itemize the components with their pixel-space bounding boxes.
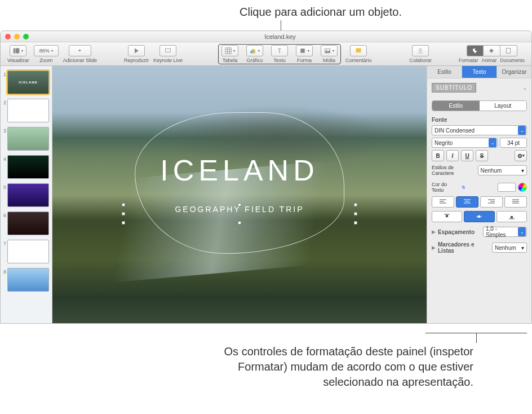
svg-rect-3 xyxy=(225,47,232,54)
animate-label: Animar xyxy=(482,58,497,63)
keynote-window: Iceland.key ▾ Visualizar 86%▾ Zoom ＋ Adi… xyxy=(0,30,532,324)
slide-title[interactable]: ICELAND xyxy=(52,153,427,187)
thumbnail-8[interactable]: 8 xyxy=(7,268,50,292)
collaborate-label: Colaborar xyxy=(410,58,432,63)
strike-button[interactable]: S xyxy=(476,150,488,161)
media-button[interactable]: ▾ xyxy=(321,45,338,56)
keynote-live-button[interactable] xyxy=(159,45,176,56)
align-center-button[interactable] xyxy=(456,196,478,208)
subtab-layout[interactable]: Layout xyxy=(480,101,527,111)
titlebar: Iceland.key xyxy=(1,31,531,42)
svg-rect-34 xyxy=(511,216,513,218)
document-label: Documento xyxy=(500,58,525,63)
char-styles-select[interactable]: Nenhum▾ xyxy=(478,165,527,175)
text-label: Texto xyxy=(273,58,286,63)
thumbnail-4[interactable]: 4 xyxy=(7,155,50,179)
bullets-select[interactable]: Nenhum▾ xyxy=(492,243,527,253)
char-styles-label: Estilos de Caractere xyxy=(432,165,476,176)
callout-bracket-line xyxy=(476,333,477,343)
bold-button[interactable]: B xyxy=(432,150,444,161)
valign-bottom-button[interactable] xyxy=(496,211,527,222)
chart-label: Gráfico xyxy=(247,58,263,63)
svg-point-16 xyxy=(419,49,422,51)
table-label: Tabela xyxy=(223,58,238,63)
shape-label: Forma xyxy=(297,58,312,63)
minimize-icon[interactable] xyxy=(14,34,20,39)
zoom-button[interactable]: 86%▾ xyxy=(34,45,59,56)
callout-top: Clique para adicionar um objeto. xyxy=(240,6,402,19)
svg-rect-12 xyxy=(300,49,305,53)
collaborate-button[interactable] xyxy=(412,45,429,56)
svg-rect-9 xyxy=(252,49,254,54)
comment-button[interactable] xyxy=(350,45,367,56)
media-label: Mídia xyxy=(323,58,335,63)
font-size-field[interactable]: 34 pt xyxy=(500,138,527,148)
shape-button[interactable]: ▾ xyxy=(296,45,313,56)
format-label: Formatar xyxy=(459,58,478,63)
disclosure-icon[interactable]: ▶ xyxy=(432,229,436,235)
thumbnail-5[interactable]: 5 xyxy=(7,183,50,207)
font-family-select[interactable]: DIN Condensed⌄ xyxy=(432,125,527,135)
format-button[interactable] xyxy=(467,45,484,56)
zoom-icon[interactable] xyxy=(23,34,29,39)
format-inspector: Estilo Texto Organizar SUBTÍTULO ⌄ Estil… xyxy=(427,66,531,323)
gear-icon[interactable]: ⚙▾ xyxy=(515,150,527,161)
svg-rect-10 xyxy=(254,50,255,53)
spacing-label: Espaçamento xyxy=(438,229,481,235)
window-controls xyxy=(5,34,29,39)
close-icon[interactable] xyxy=(5,34,11,39)
svg-rect-1 xyxy=(16,48,20,53)
align-right-button[interactable] xyxy=(480,196,503,208)
chart-button[interactable]: ▾ xyxy=(246,45,263,56)
zoom-label: Zoom xyxy=(39,58,52,63)
animate-button[interactable] xyxy=(484,45,500,56)
keynote-live-label: Keynote Live xyxy=(153,58,183,63)
table-button[interactable]: ▾ xyxy=(221,45,238,56)
underline-button[interactable]: U xyxy=(461,150,473,161)
text-button[interactable]: T xyxy=(271,45,288,56)
valign-top-button[interactable] xyxy=(432,211,462,222)
thumbnail-7[interactable]: 7 xyxy=(7,240,50,263)
document-title: Iceland.key xyxy=(33,33,527,40)
font-label: Fonte xyxy=(432,117,527,123)
document-button[interactable] xyxy=(500,45,517,56)
svg-rect-0 xyxy=(14,48,15,53)
paragraph-style-badge[interactable]: SUBTÍTULO xyxy=(432,83,476,93)
comment-label: Comentário xyxy=(345,58,372,63)
align-justify-button[interactable] xyxy=(504,196,527,208)
tab-arrange[interactable]: Organizar xyxy=(497,66,531,78)
text-color-label: Cor do Texto xyxy=(432,182,459,193)
slide-canvas[interactable]: ICELAND GEOGRAPHY FIELD TRIP xyxy=(52,66,427,323)
thumbnail-2[interactable]: 2 xyxy=(7,99,50,122)
selection-handles xyxy=(123,205,356,223)
color-picker-icon[interactable] xyxy=(518,183,527,192)
align-left-button[interactable] xyxy=(432,196,454,208)
insert-group: ▾ Tabela ▾ Gráfico T Texto ▾ Forma ▾ Míd… xyxy=(218,44,341,64)
tab-style[interactable]: Estilo xyxy=(427,66,462,78)
view-button[interactable]: ▾ xyxy=(10,45,26,56)
chevron-down-icon[interactable]: ⌄ xyxy=(522,85,527,91)
italic-button[interactable]: I xyxy=(446,150,459,161)
disclosure-icon[interactable]: ▶ xyxy=(432,245,436,250)
updown-icon[interactable]: ⇅ xyxy=(462,185,466,190)
spacing-select[interactable]: 1,0 - Simples⌄ xyxy=(483,227,527,237)
view-label: Visualizar xyxy=(7,58,29,63)
text-color-swatch[interactable] xyxy=(498,183,516,192)
svg-rect-15 xyxy=(356,48,361,52)
thumbnail-3[interactable]: 3 xyxy=(7,127,50,151)
tab-text[interactable]: Texto xyxy=(462,66,497,78)
font-style-select[interactable]: Negrito⌄ xyxy=(432,138,498,148)
bullets-label: Marcadores e Listas xyxy=(438,241,490,254)
valign-middle-button[interactable] xyxy=(464,211,494,222)
play-label: Reproduzir xyxy=(124,58,149,63)
slide-navigator[interactable]: 1ICELAND 2 3 4 5 6 7 8 xyxy=(1,66,52,323)
play-button[interactable] xyxy=(128,45,145,56)
svg-text:T: T xyxy=(278,47,282,54)
callout-bottom: Os controles de formatação deste painel … xyxy=(209,344,473,390)
subtab-style[interactable]: Estilo xyxy=(432,101,480,111)
thumbnail-1[interactable]: 1ICELAND xyxy=(7,71,50,94)
svg-rect-17 xyxy=(506,48,511,53)
add-slide-button[interactable]: ＋ xyxy=(69,45,91,56)
thumbnail-6[interactable]: 6 xyxy=(7,212,50,235)
toolbar: ▾ Visualizar 86%▾ Zoom ＋ Adicionar Slide… xyxy=(1,42,531,66)
